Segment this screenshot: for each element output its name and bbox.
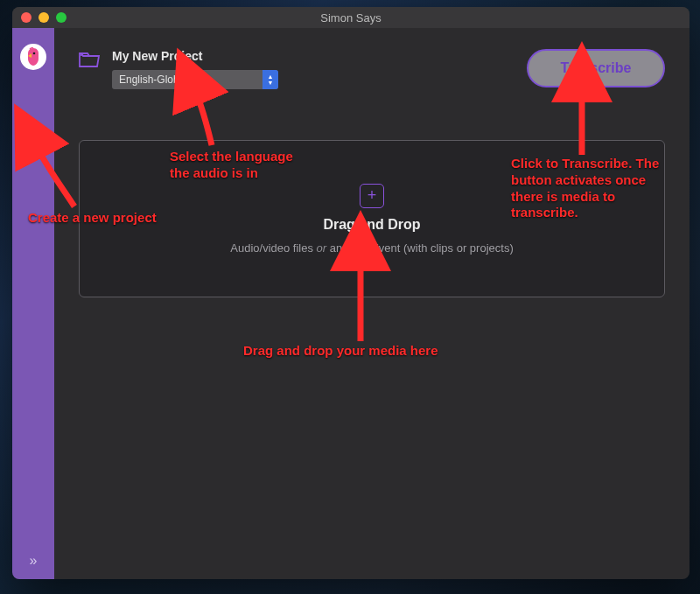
transcribe-button[interactable]: Transcribe — [527, 49, 665, 87]
avatar[interactable] — [20, 44, 46, 70]
main-panel: My New Project English-Global ▲▼ Transcr… — [54, 28, 690, 579]
add-media-icon: + — [360, 184, 384, 208]
dropzone-subtitle: Audio/video files or an FCP Event (with … — [230, 241, 513, 255]
expand-sidebar-icon[interactable]: » — [30, 553, 38, 569]
app-window: Simon Says + » — [12, 7, 690, 579]
folder-icon — [79, 51, 100, 72]
maximize-icon[interactable] — [56, 12, 66, 23]
titlebar: Simon Says — [12, 7, 690, 28]
new-project-button[interactable]: + — [28, 131, 39, 150]
window-controls — [21, 12, 66, 23]
dropzone-title: Drag and Drop — [323, 217, 420, 233]
dropzone[interactable]: + Drag and Drop Audio/video files or an … — [79, 140, 665, 297]
project-header: My New Project English-Global ▲▼ — [79, 49, 278, 89]
sidebar: + » — [12, 28, 54, 579]
select-chevrons-icon: ▲▼ — [262, 70, 278, 89]
window-title: Simon Says — [12, 11, 690, 24]
svg-point-0 — [33, 52, 36, 55]
language-select[interactable]: English-Global ▲▼ — [112, 70, 278, 89]
minimize-icon[interactable] — [38, 12, 49, 23]
language-selected-value: English-Global — [119, 73, 187, 86]
project-title: My New Project — [112, 49, 278, 63]
close-icon[interactable] — [21, 12, 32, 23]
